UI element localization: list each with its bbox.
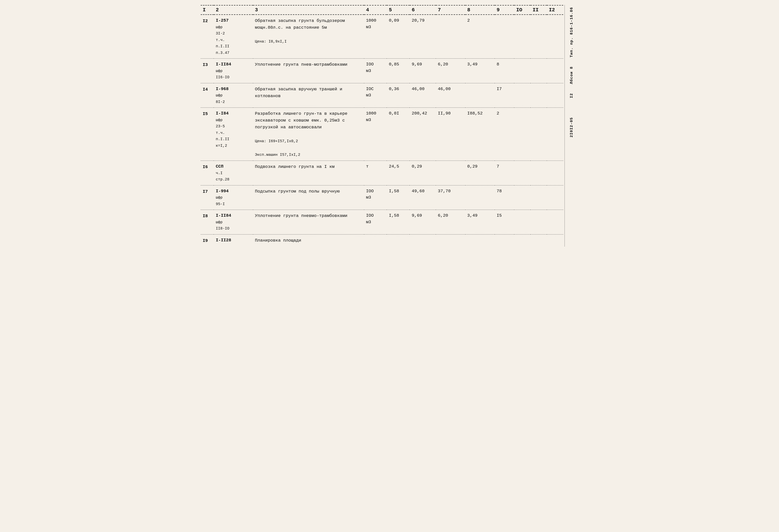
col-header-3: 3 [253, 5, 364, 15]
row-col8: 2 [465, 15, 495, 59]
row-col11 [531, 210, 547, 235]
row-description: Обратная засыпка грунта бульдозером мощн… [253, 15, 364, 59]
row-col10 [514, 15, 531, 59]
row-number: I2 [201, 15, 214, 59]
row-col5: 0,85 [387, 59, 410, 83]
row-col12 [547, 59, 563, 83]
row-description: Уплотнение грунта пневмо-трамбовками [253, 210, 364, 235]
row-col11 [531, 185, 547, 210]
side-label-3: I2 [570, 91, 574, 100]
table-row: I2I-257шфр3I-2т.ч.п.I.IIп.3.47Обратная з… [201, 15, 563, 59]
table-row: I7I-994шфр95-IПодсыпка грунтом под полы … [201, 185, 563, 210]
row-col6 [410, 234, 436, 246]
row-code: I-II84шфрII8-IO [214, 210, 253, 235]
row-col10 [514, 83, 531, 108]
row-col7: 6,20 [436, 59, 465, 83]
row-col9: 7 [495, 161, 515, 186]
row-col5: 24,5 [387, 161, 410, 186]
row-col12 [547, 83, 563, 108]
col-header-9: 9 [495, 5, 515, 15]
row-col9 [495, 234, 515, 246]
row-description: Уплотнение грунта пнев-мотрамбовками [253, 59, 364, 83]
row-col6: 0,29 [410, 161, 436, 186]
row-col7 [436, 234, 465, 246]
row-col8 [465, 83, 495, 108]
row-col5: 0,0I [387, 108, 410, 161]
row-unit [364, 234, 387, 246]
row-col12 [547, 15, 563, 59]
row-col11 [531, 161, 547, 186]
row-code: I-994шфр95-I [214, 185, 253, 210]
row-col10 [514, 161, 531, 186]
row-col11 [531, 234, 547, 246]
page-container: Тип. пр. 816-1-16.86 Лбсои 8 I2 2I0I2-05… [201, 5, 578, 246]
row-col6: 9,69 [410, 59, 436, 83]
row-unit: IOOм3 [364, 185, 387, 210]
row-code: I-257шфр3I-2т.ч.п.I.IIп.3.47 [214, 15, 253, 59]
row-col10 [514, 234, 531, 246]
row-col9: I5 [495, 210, 515, 235]
row-col7: II,90 [436, 108, 465, 161]
row-description: Обратная засыпка вручную траншей и котло… [253, 83, 364, 108]
table-row: I6ССПч.Iстр.28Подвозка лишнего грунта на… [201, 161, 563, 186]
row-col12 [547, 108, 563, 161]
row-col6: 200,42 [410, 108, 436, 161]
row-description: Подсыпка грунтом под полы вручную [253, 185, 364, 210]
row-col5: I,58 [387, 185, 410, 210]
row-col7 [436, 161, 465, 186]
row-number: I9 [201, 234, 214, 246]
row-col6: 20,79 [410, 15, 436, 59]
row-description: Подвозка лишнего грунта на I км [253, 161, 364, 186]
row-description: Планировка площади [253, 234, 364, 246]
row-col5: 0,09 [387, 15, 410, 59]
side-label-4: 2I0I2-05 [570, 115, 574, 139]
row-col11 [531, 59, 547, 83]
row-col10 [514, 108, 531, 161]
row-col11 [531, 108, 547, 161]
col-header-10: IO [514, 5, 531, 15]
header-row: I 2 3 4 5 6 7 8 9 IO II I2 [201, 5, 563, 15]
row-number: I8 [201, 210, 214, 235]
row-code: I-II28 [214, 234, 253, 246]
table-body: I2I-257шфр3I-2т.ч.п.I.IIп.3.47Обратная з… [201, 15, 563, 246]
row-col12 [547, 185, 563, 210]
row-col6: 9,69 [410, 210, 436, 235]
row-col9: I7 [495, 83, 515, 108]
row-code: I-I84шфр23-5т.ч.п.I.IIк=I,2 [214, 108, 253, 161]
row-col10 [514, 59, 531, 83]
row-unit: 1000м3 [364, 15, 387, 59]
row-description: Разработка лишнего грун-та в карьере экс… [253, 108, 364, 161]
row-col6: 49,60 [410, 185, 436, 210]
col-header-7: 7 [436, 5, 465, 15]
row-unit: т [364, 161, 387, 186]
table-row: I4I-968шфр8I-2Обратная засыпка вручную т… [201, 83, 563, 108]
table-row: I9I-II28Планировка площади [201, 234, 563, 246]
side-label-2: Лбсои 8 [570, 64, 574, 86]
row-col5: 0,36 [387, 83, 410, 108]
col-header-12: I2 [547, 5, 563, 15]
row-col8 [465, 234, 495, 246]
row-col7: 6,20 [436, 210, 465, 235]
table-row: I5I-I84шфр23-5т.ч.п.I.IIк=I,2Разработка … [201, 108, 563, 161]
row-number: I7 [201, 185, 214, 210]
col-header-6: 6 [410, 5, 436, 15]
row-code: ССПч.Iстр.28 [214, 161, 253, 186]
row-col12 [547, 234, 563, 246]
col-header-5: 5 [387, 5, 410, 15]
row-col10 [514, 185, 531, 210]
row-number: I4 [201, 83, 214, 108]
row-col8 [465, 185, 495, 210]
row-col5 [387, 234, 410, 246]
row-unit: IOOм3 [364, 59, 387, 83]
col-header-1: I [201, 5, 214, 15]
row-col8: I88,52 [465, 108, 495, 161]
row-col12 [547, 161, 563, 186]
col-header-11: II [531, 5, 547, 15]
row-col6: 46,00 [410, 83, 436, 108]
row-col9: 2 [495, 108, 515, 161]
row-unit: 1000м3 [364, 108, 387, 161]
row-number: I5 [201, 108, 214, 161]
row-col9: 78 [495, 185, 515, 210]
col-header-2: 2 [214, 5, 253, 15]
row-col7: 37,70 [436, 185, 465, 210]
